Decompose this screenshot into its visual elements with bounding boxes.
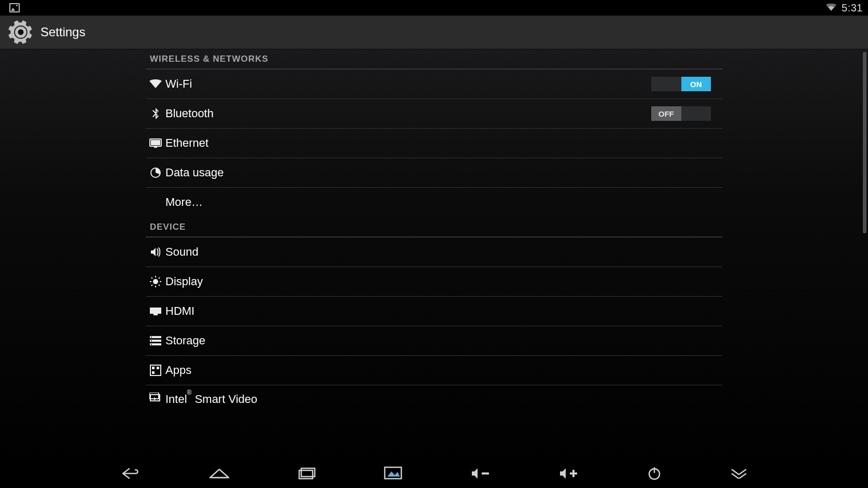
status-clock: 5:31 [842,2,863,14]
row-sound[interactable]: Sound [146,238,722,267]
row-storage[interactable]: Storage [146,326,722,356]
wifi-signal-icon [826,4,836,12]
svg-rect-31 [385,467,401,479]
svg-point-5 [153,279,158,284]
row-data-usage[interactable]: Data usage [146,158,722,188]
svg-line-10 [151,277,152,278]
svg-rect-21 [151,344,152,345]
row-intel-smart-video[interactable]: Intel® Smart Video [146,385,722,413]
bluetooth-switch[interactable]: OFF [651,106,711,121]
row-display[interactable]: Display [146,267,722,297]
svg-rect-24 [157,367,159,369]
scrollbar-thumb[interactable] [863,52,866,233]
row-bluetooth[interactable]: Bluetooth OFF [146,99,722,129]
smart-video-icon [149,393,162,403]
svg-rect-14 [150,308,161,314]
ethernet-icon [149,138,162,148]
row-label: Ethernet [165,136,208,150]
svg-rect-3 [154,146,157,148]
row-label: More… [165,196,203,209]
picture-notification-icon [9,3,20,12]
row-label: Display [165,275,203,288]
row-wifi[interactable]: Wi-Fi ON [146,69,722,99]
row-more[interactable]: More… [146,188,722,217]
svg-line-11 [159,285,160,286]
screenshot-button[interactable] [383,459,403,488]
row-label: Intel® Smart Video [165,393,257,406]
svg-line-13 [151,285,152,286]
settings-app-icon [7,19,34,46]
svg-rect-20 [151,340,152,341]
bluetooth-icon [151,108,160,119]
volume-up-button[interactable] [558,459,579,488]
svg-point-0 [18,30,24,35]
section-header-wireless: WIRELESS & NETWORKS [146,49,722,68]
status-bar: 5:31 [0,0,868,16]
svg-rect-34 [572,470,575,477]
back-button[interactable] [120,459,141,488]
row-label: Sound [165,245,199,259]
hdmi-icon [149,307,162,315]
data-usage-icon [150,167,161,178]
svg-rect-2 [151,140,160,145]
row-label: HDMI [165,304,194,318]
sound-icon [150,247,161,257]
row-ethernet[interactable]: Ethernet [146,129,722,158]
volume-down-button[interactable] [470,459,491,488]
svg-rect-32 [482,472,489,475]
recent-apps-button[interactable] [298,459,316,488]
row-hdmi[interactable]: HDMI [146,297,722,326]
settings-content: WIRELESS & NETWORKS Wi-Fi ON Bluetooth O… [0,49,868,459]
svg-line-12 [159,277,160,278]
row-label: Bluetooth [165,107,214,120]
navigation-bar [0,459,868,488]
collapse-button[interactable] [730,459,748,488]
svg-rect-23 [152,367,155,369]
scrollbar[interactable] [863,52,866,456]
section-header-device: DEVICE [146,217,722,236]
row-label: Data usage [165,166,224,179]
power-button[interactable] [647,459,662,488]
svg-rect-15 [153,314,158,315]
svg-rect-19 [151,337,152,338]
apps-icon [150,365,161,376]
row-label: Storage [165,334,205,347]
display-icon [150,276,161,287]
storage-icon [150,336,161,345]
page-title: Settings [40,25,86,39]
action-bar: Settings [0,16,868,49]
row-label: Apps [165,364,191,377]
row-apps[interactable]: Apps [146,356,722,385]
wifi-icon [149,79,162,89]
wifi-switch[interactable]: ON [651,77,711,91]
svg-rect-25 [152,371,155,374]
row-label: Wi-Fi [165,77,192,91]
home-button[interactable] [208,459,231,488]
